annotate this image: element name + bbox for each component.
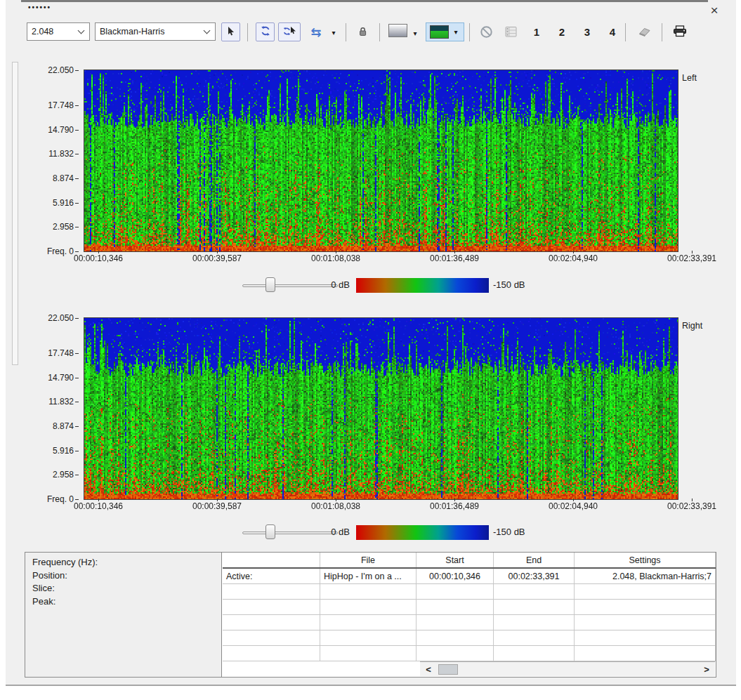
table-cell bbox=[575, 584, 716, 599]
table-cell bbox=[417, 646, 494, 661]
freq-tick-label: 11.832 bbox=[20, 149, 79, 159]
freq-tick-label: 8.874 bbox=[20, 421, 79, 431]
smoothing-window-combobox[interactable]: Blackman-Harris bbox=[95, 22, 216, 41]
table-cell bbox=[223, 615, 320, 630]
print-button[interactable] bbox=[669, 24, 691, 41]
table-row-empty[interactable] bbox=[223, 615, 716, 630]
eraser-button[interactable] bbox=[632, 25, 656, 39]
gain-slider-thumb[interactable] bbox=[265, 277, 275, 292]
table-row-empty[interactable] bbox=[223, 584, 716, 600]
time-tick-label: 00:00:10,346 bbox=[74, 253, 123, 263]
freq-tick-label: 11.832 bbox=[20, 397, 79, 407]
disable-button[interactable] bbox=[478, 25, 494, 41]
chevron-down-icon bbox=[78, 27, 85, 34]
display-mode-spectrogram-button[interactable] bbox=[430, 25, 449, 39]
time-tick-label: 00:01:08,038 bbox=[311, 253, 360, 263]
spectrogram-left-plot[interactable] bbox=[84, 70, 678, 252]
freq-tick-label: 2.958 bbox=[20, 222, 79, 232]
readout-position-label: Position: bbox=[32, 569, 221, 583]
spectrogram-left-canvas[interactable] bbox=[84, 70, 678, 251]
time-tick-label: 00:02:33,391 bbox=[667, 501, 716, 511]
table-row-empty[interactable] bbox=[223, 600, 716, 615]
readout-slice-label: Slice: bbox=[32, 582, 221, 595]
freq-tick-label: 14.790 bbox=[20, 373, 79, 383]
freq-tick-label: 8.874 bbox=[20, 173, 79, 183]
close-button[interactable]: × bbox=[705, 3, 723, 18]
slot-1-button[interactable]: 1 bbox=[528, 22, 545, 41]
table-cell bbox=[320, 584, 417, 599]
cell-end: 00:02:33,391 bbox=[494, 569, 575, 583]
toolbar-separator bbox=[379, 23, 380, 41]
freq-tick-label: 5.916 bbox=[20, 446, 79, 456]
refresh-button[interactable] bbox=[256, 22, 275, 41]
fft-size-combobox[interactable]: 2.048 bbox=[27, 22, 90, 41]
smoothing-window-value: Blackman-Harris bbox=[100, 27, 202, 37]
pointer-tool-button[interactable] bbox=[221, 22, 240, 41]
header-end: End bbox=[494, 553, 575, 567]
colorbar-min-label: 0 dB bbox=[301, 527, 350, 537]
table-row-active[interactable]: Active: HipHop - I'm on a ... 00:00:10,3… bbox=[223, 569, 716, 584]
display-mode-spectrogram-dropdown[interactable]: ▾ bbox=[452, 27, 460, 37]
colorbar-gradient bbox=[356, 278, 489, 293]
lock-button[interactable] bbox=[355, 25, 370, 40]
table-cell bbox=[417, 600, 494, 614]
toolbar-separator bbox=[346, 23, 346, 41]
slot-2-button[interactable]: 2 bbox=[553, 22, 570, 41]
table-cell bbox=[494, 646, 575, 661]
table-row-empty[interactable] bbox=[223, 630, 716, 646]
toolbar-separator bbox=[247, 23, 248, 41]
scroll-right-arrow[interactable]: > bbox=[698, 662, 715, 676]
table-cell bbox=[417, 615, 494, 630]
readout-frequency-label: Frequency (Hz): bbox=[32, 556, 221, 569]
freq-tick-label: 17.748 bbox=[20, 100, 79, 110]
readout-panel: Frequency (Hz): Position: Slice: Peak: bbox=[25, 553, 222, 677]
results-panel: Frequency (Hz): Position: Slice: Peak: F… bbox=[25, 552, 716, 678]
header-file: File bbox=[320, 553, 417, 567]
spectrogram-right-plot[interactable] bbox=[84, 317, 678, 500]
results-table: File Start End Settings Active: HipHop -… bbox=[223, 553, 716, 677]
sync-arrows-dropdown[interactable]: ▾ bbox=[329, 27, 339, 37]
time-tick-label: 00:02:04,940 bbox=[549, 253, 598, 263]
table-cell bbox=[417, 584, 494, 599]
freq-axis-zero-label: Freq. 0 bbox=[20, 494, 79, 504]
table-cell bbox=[320, 600, 417, 614]
freq-axis-zero-label: Freq. 0 bbox=[20, 246, 79, 256]
display-mode-plain-button[interactable] bbox=[388, 24, 407, 37]
eraser-icon bbox=[636, 27, 652, 39]
slot-3-button[interactable]: 3 bbox=[579, 22, 596, 41]
grid-options-button[interactable] bbox=[503, 25, 519, 41]
spectrogram-left-section: 22.050 17.748 14.790 11.832 8.874 5.916 … bbox=[0, 70, 741, 272]
printer-icon bbox=[672, 25, 688, 39]
caret-down-icon: ▾ bbox=[413, 29, 417, 37]
table-cell bbox=[320, 630, 417, 645]
spectrogram-right-canvas[interactable] bbox=[84, 318, 678, 499]
freq-tick-label: 2.958 bbox=[20, 470, 79, 480]
time-tick-label: 00:00:10,346 bbox=[74, 501, 123, 511]
window-grip-dots[interactable]: •••••• bbox=[28, 4, 51, 11]
table-cell bbox=[494, 615, 575, 630]
colorbar-gradient bbox=[356, 525, 489, 540]
window-top-edge bbox=[21, 0, 708, 2]
display-mode-plain-dropdown[interactable]: ▾ bbox=[410, 28, 420, 38]
scroll-left-arrow[interactable]: < bbox=[420, 662, 437, 676]
sync-arrows-button[interactable]: ⇆ bbox=[305, 23, 327, 40]
toolbar: 2.048 Blackman-Harris ⇆ ▾ bbox=[0, 22, 741, 43]
caret-down-icon: ▾ bbox=[332, 29, 335, 37]
freq-tick-label: 14.790 bbox=[20, 125, 79, 135]
time-tick-label: 00:02:04,940 bbox=[549, 501, 598, 511]
table-row-empty[interactable] bbox=[223, 646, 716, 661]
slot-4-button[interactable]: 4 bbox=[604, 22, 621, 41]
horizontal-scrollbar[interactable]: < > bbox=[420, 661, 715, 676]
time-tick-label: 00:01:36,489 bbox=[430, 501, 479, 511]
time-tick-label: 00:01:08,038 bbox=[311, 501, 360, 511]
refresh-selection-button[interactable] bbox=[278, 22, 301, 41]
pointer-icon bbox=[225, 26, 236, 39]
table-cell bbox=[494, 600, 575, 614]
gain-slider-thumb[interactable] bbox=[265, 524, 275, 539]
table-cell bbox=[223, 630, 320, 645]
colorbar-min-label: 0 dB bbox=[301, 279, 350, 290]
table-cell bbox=[320, 646, 417, 661]
scrollbar-thumb[interactable] bbox=[438, 664, 458, 675]
table-cell bbox=[223, 584, 320, 599]
fft-size-value: 2.048 bbox=[32, 27, 76, 37]
